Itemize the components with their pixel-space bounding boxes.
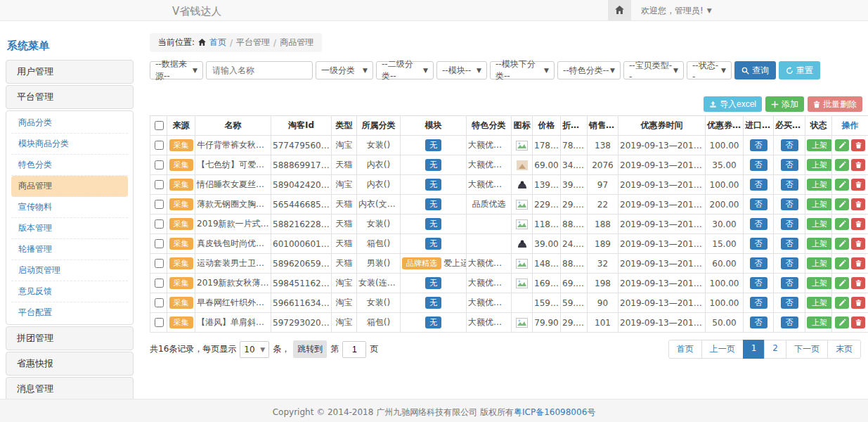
import-select-toggle[interactable]: 否	[750, 139, 767, 151]
edit-button[interactable]	[835, 198, 849, 210]
level1-category-select[interactable]: 一级分类▼	[316, 61, 373, 79]
import-select-toggle[interactable]: 否	[750, 179, 767, 191]
edit-button[interactable]	[835, 277, 849, 289]
delete-button[interactable]	[851, 238, 865, 250]
next-page-button[interactable]: 下一页	[786, 340, 828, 359]
jump-to-button[interactable]: 跳转到	[293, 340, 327, 358]
sidebar-item-商品管理[interactable]: 商品管理	[11, 176, 128, 197]
name-input[interactable]	[206, 61, 313, 79]
import-select-toggle[interactable]: 否	[750, 238, 767, 250]
delete-button[interactable]	[851, 277, 865, 289]
data-source-select[interactable]: --数据来源--▼	[150, 61, 203, 79]
delete-button[interactable]	[851, 257, 865, 269]
sidebar-item-消息管理[interactable]: 消息管理	[6, 377, 134, 401]
sidebar-item-省惠快报[interactable]: 省惠快报	[6, 352, 134, 376]
edit-button[interactable]	[835, 179, 849, 191]
status-toggle[interactable]: 上架	[807, 257, 832, 269]
page-1-button[interactable]: 1	[743, 340, 765, 359]
must-buy-toggle[interactable]: 否	[781, 238, 798, 250]
edit-button[interactable]	[835, 218, 849, 230]
sidebar-item-宣传物料[interactable]: 宣传物料	[11, 197, 128, 218]
row-checkbox[interactable]	[155, 219, 164, 229]
sidebar-item-版本管理[interactable]: 版本管理	[11, 218, 128, 239]
module-select[interactable]: --模块--▼	[436, 61, 487, 79]
row-checkbox[interactable]	[155, 318, 164, 327]
edit-button[interactable]	[835, 238, 849, 250]
must-buy-toggle[interactable]: 否	[781, 297, 798, 309]
edit-button[interactable]	[835, 159, 849, 171]
delete-button[interactable]	[851, 316, 865, 328]
row-checkbox[interactable]	[155, 239, 164, 248]
home-nav-button[interactable]	[608, 0, 631, 21]
sidebar-item-平台配置[interactable]: 平台配置	[11, 302, 128, 323]
edit-button[interactable]	[835, 257, 849, 269]
select-all-checkbox[interactable]	[155, 121, 164, 130]
must-buy-toggle[interactable]: 否	[781, 159, 798, 171]
status-toggle[interactable]: 上架	[807, 277, 832, 289]
import-select-toggle[interactable]: 否	[750, 277, 767, 289]
batch-delete-button[interactable]: 批量删除	[808, 96, 862, 112]
must-buy-toggle[interactable]: 否	[781, 218, 798, 230]
sidebar-item-模块商品分类[interactable]: 模块商品分类	[11, 134, 128, 155]
import-select-toggle[interactable]: 否	[750, 218, 767, 230]
must-buy-toggle[interactable]: 否	[781, 316, 798, 328]
delete-button[interactable]	[851, 179, 865, 191]
row-checkbox[interactable]	[155, 259, 164, 268]
status-toggle[interactable]: 上架	[807, 179, 832, 191]
status-toggle[interactable]: 上架	[807, 159, 832, 171]
sidebar-item-平台管理[interactable]: 平台管理	[6, 85, 134, 109]
prev-page-button[interactable]: 上一页	[701, 340, 744, 359]
status-toggle[interactable]: 上架	[807, 139, 832, 151]
sidebar-item-轮播管理[interactable]: 轮播管理	[11, 239, 128, 260]
delete-button[interactable]	[851, 198, 865, 210]
import-select-toggle[interactable]: 否	[750, 257, 767, 269]
import-excel-button[interactable]: 导入excel	[704, 96, 762, 112]
last-page-button[interactable]: 末页	[827, 340, 861, 359]
import-select-toggle[interactable]: 否	[750, 316, 767, 328]
add-button[interactable]: 添加	[765, 96, 804, 112]
level2-category-select[interactable]: --二级分类--▼	[376, 61, 434, 79]
import-select-toggle[interactable]: 否	[750, 159, 767, 171]
row-checkbox[interactable]	[155, 279, 164, 288]
status-toggle[interactable]: 上架	[807, 297, 832, 309]
delete-button[interactable]	[851, 139, 865, 151]
must-buy-toggle[interactable]: 否	[781, 139, 798, 151]
status-select[interactable]: --状态--▼	[687, 61, 732, 79]
row-checkbox[interactable]	[155, 160, 164, 170]
first-page-button[interactable]: 首页	[668, 340, 702, 359]
edit-button[interactable]	[835, 139, 849, 151]
page-2-button[interactable]: 2	[764, 340, 786, 359]
must-buy-toggle[interactable]: 否	[781, 198, 798, 210]
sidebar-item-启动页管理[interactable]: 启动页管理	[11, 260, 128, 281]
row-checkbox[interactable]	[155, 180, 164, 189]
row-checkbox[interactable]	[155, 200, 164, 209]
import-select-toggle[interactable]: 否	[750, 198, 767, 210]
breadcrumb-home-link[interactable]: 首页	[209, 37, 226, 49]
sidebar-item-意见反馈[interactable]: 意见反馈	[11, 281, 128, 302]
status-toggle[interactable]: 上架	[807, 316, 832, 328]
delete-button[interactable]	[851, 159, 865, 171]
module-sub-category-select[interactable]: --模块下分类--▼	[490, 61, 555, 79]
must-buy-toggle[interactable]: 否	[781, 257, 798, 269]
edit-button[interactable]	[835, 297, 849, 309]
item-type-select[interactable]: --宝贝类型--▼	[623, 61, 684, 79]
import-select-toggle[interactable]: 否	[750, 297, 767, 309]
status-toggle[interactable]: 上架	[807, 218, 832, 230]
sidebar-item-用户管理[interactable]: 用户管理	[6, 60, 134, 84]
search-button[interactable]: 查询	[734, 61, 776, 79]
page-number-input[interactable]	[342, 341, 366, 358]
row-checkbox[interactable]	[155, 141, 164, 150]
must-buy-toggle[interactable]: 否	[781, 179, 798, 191]
feature-category-select[interactable]: --特色分类--▼	[557, 61, 621, 79]
delete-button[interactable]	[851, 218, 865, 230]
status-toggle[interactable]: 上架	[807, 238, 832, 250]
delete-button[interactable]	[851, 297, 865, 309]
per-page-select[interactable]: 10 ▼	[240, 341, 269, 358]
user-menu[interactable]: 欢迎您，管理员! ▼	[641, 5, 712, 17]
sidebar-item-拼团管理[interactable]: 拼团管理	[6, 326, 134, 350]
status-toggle[interactable]: 上架	[807, 198, 832, 210]
must-buy-toggle[interactable]: 否	[781, 277, 798, 289]
icp-link[interactable]: 粤ICP备16098006号	[514, 407, 595, 417]
row-checkbox[interactable]	[155, 298, 164, 307]
edit-button[interactable]	[835, 316, 849, 328]
